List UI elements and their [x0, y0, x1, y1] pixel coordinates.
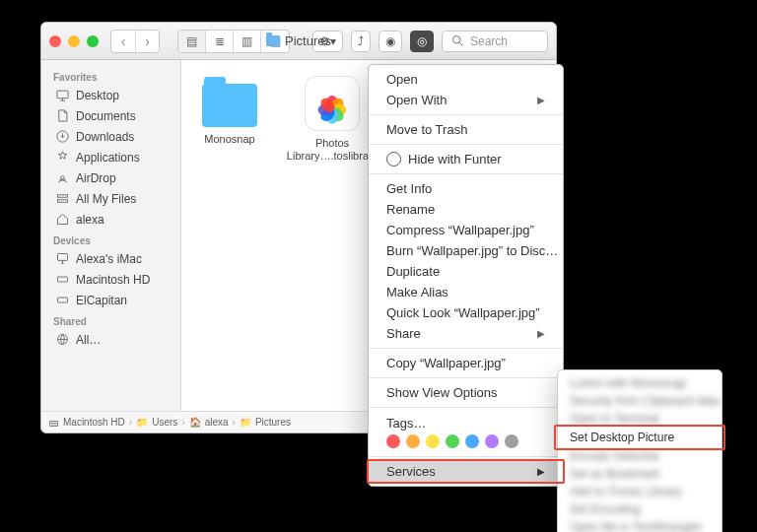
folder-icon	[266, 35, 280, 46]
chevron-right-icon: ▶	[537, 328, 545, 339]
sidebar-item-downloads[interactable]: Downloads	[41, 126, 180, 147]
sidebar-header-favorites: Favorites	[41, 66, 180, 85]
menu-compress[interactable]: Compress “Wallpaper.jpg”	[369, 220, 563, 240]
sidebar-item-allfiles[interactable]: All My Files	[41, 188, 180, 209]
window-controls	[49, 35, 99, 47]
file-label: Photos Library….toslibrary	[287, 137, 378, 162]
tag-color[interactable]	[406, 434, 420, 448]
menu-rename[interactable]: Rename	[369, 199, 563, 220]
back-button[interactable]: ‹	[111, 31, 135, 52]
svg-rect-5	[58, 200, 68, 203]
sidebar-item-elcapitan[interactable]: ElCapitan	[41, 290, 180, 310]
forward-button[interactable]: ›	[135, 31, 159, 52]
tag-color[interactable]	[446, 434, 459, 448]
folder-icon	[202, 84, 257, 127]
submenu-item-blurred[interactable]: Open in Terminal	[558, 410, 722, 428]
submenu-item-blurred[interactable]: Open file in TextWrangler	[558, 518, 722, 532]
view-column-button[interactable]: ▥	[234, 31, 261, 52]
search-field[interactable]: Search	[442, 31, 548, 52]
menu-move-to-trash[interactable]: Move to Trash	[369, 119, 563, 140]
sidebar-header-shared: Shared	[41, 310, 180, 329]
minimize-icon[interactable]	[68, 35, 80, 47]
chevron-right-icon: ▶	[537, 95, 545, 105]
context-menu: Open Open With▶ Move to Trash Hide with …	[368, 64, 564, 487]
services-submenu: Lorem with Monosnap Security from Clipbo…	[557, 369, 723, 532]
submenu-item-blurred[interactable]: Encode Selected	[558, 447, 722, 465]
svg-point-0	[453, 36, 461, 44]
submenu-item-blurred[interactable]: Add to iTunes Library	[558, 483, 722, 500]
svg-rect-4	[58, 195, 68, 198]
zoom-icon[interactable]	[87, 35, 99, 47]
tag-color[interactable]	[465, 434, 479, 448]
tag-color[interactable]	[485, 434, 499, 448]
submenu-item-blurred[interactable]: Security from Clipboard data	[558, 392, 722, 410]
sidebar-item-airdrop[interactable]: AirDrop	[41, 167, 180, 188]
sidebar: Favorites Desktop Documents Downloads Ap…	[41, 60, 181, 411]
photos-library-icon	[305, 76, 360, 131]
window-title-text: Pictures	[285, 33, 331, 48]
tag-color[interactable]	[426, 434, 440, 448]
submenu-item-blurred[interactable]: Lorem with Monosnap	[558, 374, 722, 392]
sidebar-header-devices: Devices	[41, 230, 180, 248]
tag-color[interactable]	[386, 434, 400, 448]
menu-make-alias[interactable]: Make Alias	[369, 282, 563, 302]
menu-get-info[interactable]: Get Info	[369, 178, 563, 199]
nav-arrows: ‹ ›	[110, 30, 160, 53]
sidebar-item-applications[interactable]: Applications	[41, 147, 180, 167]
close-icon[interactable]	[49, 35, 61, 47]
svg-rect-1	[57, 91, 68, 99]
action-button[interactable]: ⤴︎	[351, 31, 371, 52]
quicklook-button[interactable]: ◎	[410, 31, 434, 52]
tag-color-row	[386, 434, 545, 448]
view-list-button[interactable]: ≣	[206, 31, 234, 52]
menu-open-with[interactable]: Open With▶	[369, 90, 563, 110]
menu-burn[interactable]: Burn “Wallpaper.jpg” to Disc…	[369, 240, 563, 261]
chevron-right-icon: ▶	[537, 466, 545, 477]
menu-copy[interactable]: Copy “Wallpaper.jpg”	[369, 353, 563, 373]
sidebar-item-macintosh-hd[interactable]: Macintosh HD	[41, 269, 180, 290]
file-label: Monosnap	[204, 133, 254, 146]
titlebar: ‹ › ▤ ≣ ▥ ▦ Pictures ⚙︎▾ ⤴︎ ◉ ◎ Search	[41, 23, 556, 60]
file-item-monosnap[interactable]: Monosnap	[195, 76, 264, 146]
svg-rect-6	[58, 254, 68, 261]
menu-show-view-options[interactable]: Show View Options	[369, 382, 563, 403]
tag-color[interactable]	[505, 434, 518, 448]
svg-rect-8	[58, 298, 68, 302]
file-item-photos-library[interactable]: Photos Library….toslibrary	[298, 76, 367, 162]
sidebar-item-home[interactable]: alexa	[41, 209, 180, 230]
svg-rect-7	[58, 277, 68, 282]
sidebar-item-imac[interactable]: Alexa's iMac	[41, 248, 180, 269]
menu-quick-look[interactable]: Quick Look “Wallpaper.jpg”	[369, 302, 563, 323]
view-icon-button[interactable]: ▤	[178, 31, 206, 52]
submenu-item-blurred[interactable]: Set as Bookmark	[558, 465, 722, 483]
search-icon	[450, 33, 465, 48]
eye-icon	[386, 152, 401, 166]
menu-services[interactable]: Services▶	[369, 461, 563, 482]
sidebar-item-desktop[interactable]: Desktop	[41, 85, 180, 105]
search-placeholder: Search	[470, 34, 508, 48]
menu-duplicate[interactable]: Duplicate	[369, 261, 563, 282]
menu-hide-with-funter[interactable]: Hide with Funter	[369, 149, 563, 169]
sidebar-item-documents[interactable]: Documents	[41, 105, 180, 126]
window-title: Pictures	[266, 33, 331, 48]
menu-tags[interactable]: Tags…	[369, 412, 563, 452]
tags-button[interactable]: ◉	[378, 31, 402, 52]
menu-share[interactable]: Share▶	[369, 323, 563, 344]
submenu-item-blurred[interactable]: Set Encoding	[558, 500, 722, 518]
submenu-set-desktop-picture[interactable]: Set Desktop Picture	[558, 428, 722, 447]
sidebar-item-all-shared[interactable]: All…	[41, 329, 180, 350]
menu-open[interactable]: Open	[369, 69, 563, 90]
